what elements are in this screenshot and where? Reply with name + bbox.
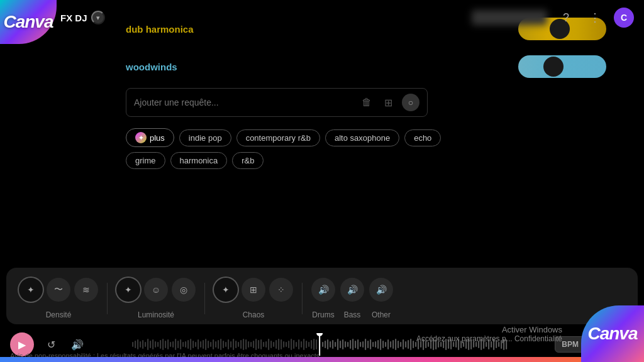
svg-rect-35 — [220, 339, 221, 350]
bass-label: Bass — [344, 310, 361, 319]
layout-icon[interactable]: ⊞ — [380, 95, 396, 110]
svg-rect-22 — [187, 340, 189, 349]
svg-rect-76 — [327, 339, 328, 349]
svg-rect-3 — [140, 341, 141, 348]
svg-rect-23 — [190, 339, 191, 350]
svg-rect-75 — [325, 341, 326, 348]
density-group: ✦ 〜 ≋ Densité — [19, 278, 98, 319]
chaos-btn-2[interactable]: ⊞ — [242, 278, 265, 302]
svg-point-149 — [316, 333, 323, 336]
svg-rect-61 — [286, 342, 287, 347]
density-label: Densité — [46, 310, 72, 319]
svg-rect-67 — [301, 341, 302, 348]
delete-icon[interactable]: 🗑 — [359, 95, 374, 110]
svg-rect-66 — [298, 339, 299, 349]
luminosity-btn-3[interactable]: ◎ — [172, 278, 196, 302]
svg-rect-80 — [337, 339, 338, 350]
volume-group: 🔊 Drums 🔊 Bass 🔊 Other — [311, 278, 393, 319]
chip-rnb[interactable]: r&b — [232, 152, 264, 169]
svg-rect-50 — [258, 340, 259, 349]
chip-indie-pop[interactable]: indie pop — [179, 129, 231, 146]
controls-row: ✦ 〜 ≋ Densité ✦ ☺ ◎ Luminosité ✦ ⊞ ⁘ Ch — [19, 278, 625, 319]
svg-rect-73 — [316, 339, 317, 349]
chaos-buttons: ✦ ⊞ ⁘ — [214, 278, 293, 302]
volume-button[interactable]: 🔊 — [68, 335, 87, 354]
svg-rect-34 — [218, 340, 219, 349]
svg-rect-19 — [180, 339, 181, 349]
svg-rect-89 — [360, 342, 361, 347]
svg-rect-81 — [340, 341, 341, 348]
svg-rect-47 — [250, 342, 252, 347]
chaos-btn-3[interactable]: ⁘ — [269, 278, 293, 302]
svg-rect-72 — [313, 339, 314, 350]
more-button[interactable]: ⋮ — [585, 8, 605, 28]
svg-rect-90 — [362, 341, 364, 348]
track-toggle-2[interactable] — [518, 55, 606, 78]
add-query-row: 🗑 ⊞ ○ — [126, 88, 428, 117]
help-button[interactable]: ? — [556, 8, 576, 28]
track-row-2: woodwinds — [126, 50, 606, 83]
svg-rect-29 — [205, 339, 206, 350]
svg-rect-59 — [280, 339, 282, 349]
chip-alto-saxophone[interactable]: alto saxophone — [325, 129, 399, 146]
windows-activation: Activer Windows Accédez aux paramètres p… — [416, 325, 562, 343]
chip-echo[interactable]: echo — [404, 129, 441, 146]
chip-harmonica[interactable]: harmonica — [170, 152, 228, 169]
density-btn-3[interactable]: ≋ — [74, 278, 98, 302]
app-dropdown[interactable]: ▾ — [91, 11, 105, 25]
svg-rect-102 — [392, 340, 394, 349]
svg-rect-16 — [172, 341, 174, 348]
svg-rect-64 — [293, 340, 294, 349]
svg-rect-85 — [350, 340, 351, 349]
drums-group: 🔊 Drums — [311, 278, 335, 319]
svg-rect-20 — [182, 342, 184, 347]
svg-rect-93 — [370, 339, 371, 349]
other-btn[interactable]: 🔊 — [369, 278, 393, 302]
svg-rect-56 — [273, 342, 274, 347]
svg-rect-42 — [238, 342, 239, 347]
svg-rect-60 — [283, 341, 284, 348]
luminosity-btn-2[interactable]: ☺ — [144, 278, 168, 302]
luminosity-btn-1[interactable]: ✦ — [116, 278, 140, 302]
svg-rect-62 — [288, 341, 289, 348]
svg-rect-0 — [132, 342, 133, 347]
svg-rect-7 — [150, 341, 151, 348]
blurred-user-info — [472, 10, 547, 25]
plus-chip-icon: ✦ — [135, 132, 147, 143]
chip-grime[interactable]: grime — [126, 152, 165, 169]
svg-rect-18 — [177, 341, 179, 348]
restart-button[interactable]: ↺ — [42, 335, 60, 354]
svg-rect-100 — [387, 339, 389, 349]
svg-rect-6 — [147, 339, 148, 350]
svg-rect-43 — [240, 340, 242, 349]
volume-buttons: 🔊 Drums 🔊 Bass 🔊 Other — [311, 278, 393, 319]
windows-title: Activer Windows — [416, 325, 562, 334]
add-query-input[interactable] — [134, 97, 354, 107]
svg-rect-87 — [355, 341, 356, 348]
svg-rect-65 — [296, 342, 297, 347]
bass-btn[interactable]: 🔊 — [340, 278, 364, 302]
svg-rect-110 — [413, 341, 414, 348]
density-btn-1[interactable]: ✦ — [19, 278, 43, 302]
svg-rect-52 — [263, 342, 264, 347]
svg-rect-83 — [345, 341, 346, 348]
drums-btn[interactable]: 🔊 — [311, 278, 335, 302]
svg-rect-58 — [278, 339, 279, 350]
chip-contemporary-rnb[interactable]: contemporary r&b — [236, 129, 320, 146]
svg-rect-24 — [192, 341, 194, 348]
svg-rect-17 — [175, 339, 176, 350]
nav-right: ? ⋮ C — [472, 8, 634, 28]
luminosity-group: ✦ ☺ ◎ Luminosité — [116, 278, 196, 319]
svg-rect-11 — [160, 340, 161, 349]
luminosity-buttons: ✦ ☺ ◎ — [116, 278, 196, 302]
svg-rect-36 — [223, 341, 224, 348]
density-btn-2[interactable]: 〜 — [47, 278, 70, 302]
svg-rect-98 — [382, 341, 384, 348]
chip-plus[interactable]: ✦ plus — [126, 128, 174, 147]
canva-logo-top-left: Canva — [0, 0, 57, 44]
add-query-submit[interactable]: ○ — [402, 94, 419, 111]
chaos-btn-1[interactable]: ✦ — [214, 278, 238, 302]
avatar[interactable]: C — [614, 8, 634, 28]
chaos-label: Chaos — [243, 310, 265, 319]
svg-rect-71 — [311, 340, 312, 349]
